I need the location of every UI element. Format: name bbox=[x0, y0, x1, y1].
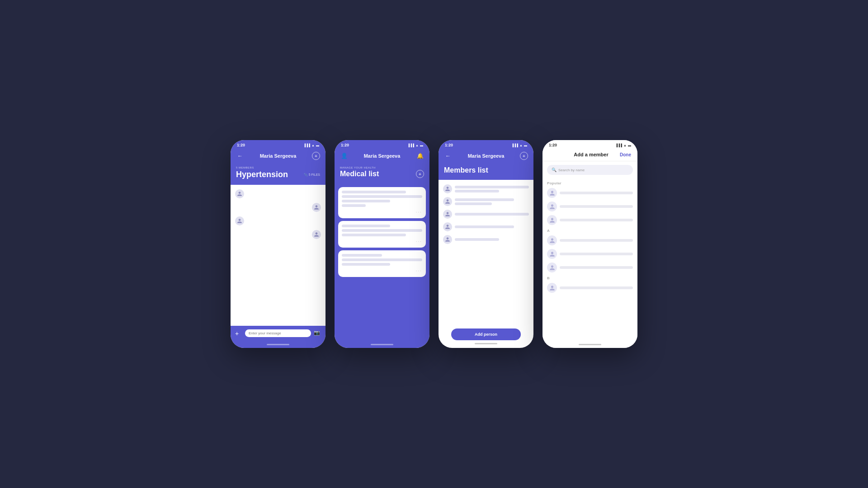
medical-card-1: ··· bbox=[338, 187, 426, 218]
member-skel-3a bbox=[455, 213, 529, 216]
contact-avatar-a3 bbox=[547, 263, 557, 272]
contact-row-a1 bbox=[547, 235, 633, 245]
dots-icon-1: ··· bbox=[416, 210, 422, 215]
contact-name-b1 bbox=[560, 286, 633, 289]
bottom-area-3: Add person bbox=[439, 325, 533, 348]
page-meta-1: 5 MEMBERS bbox=[236, 166, 320, 169]
contact-avatar-p1 bbox=[547, 188, 557, 198]
chat-row-1 bbox=[235, 189, 321, 198]
status-icons-1: ▐▐▐ ▲ ▬ bbox=[303, 144, 319, 147]
files-badge-1: 📎 5 FILES bbox=[304, 173, 320, 177]
battery-icon-3: ▬ bbox=[524, 144, 527, 147]
dots-icon-3: ··· bbox=[416, 268, 422, 273]
search-bar[interactable]: 🔍 Search by name bbox=[547, 165, 633, 175]
contact-name-p3 bbox=[560, 219, 633, 221]
member-skel-1b bbox=[455, 190, 499, 192]
home-bar-3 bbox=[475, 343, 497, 344]
skel-2c bbox=[342, 234, 406, 236]
member-info-5 bbox=[455, 238, 529, 241]
plus-icon-2[interactable]: + bbox=[416, 170, 424, 178]
section-a-label: A bbox=[547, 229, 633, 233]
done-button[interactable]: Done bbox=[620, 152, 631, 157]
wifi-icon-3: ▲ bbox=[519, 144, 523, 147]
phone-add-member: 1:20 ▐▐▐ ▲ ▬ Add a member Done 🔍 Search … bbox=[542, 140, 637, 348]
contact-avatar-b1 bbox=[547, 283, 557, 293]
status-bar-2: 1:20 ▐▐▐ ▲ ▬ bbox=[335, 140, 429, 149]
contact-name-a1 bbox=[560, 239, 633, 242]
contact-row-p3 bbox=[547, 215, 633, 225]
plus-icon-3[interactable]: + bbox=[520, 152, 528, 160]
search-placeholder: Search by name bbox=[558, 168, 585, 172]
add-member-title: Add a member bbox=[574, 152, 608, 157]
home-bar-4 bbox=[579, 344, 601, 345]
nav-bar-3: ← Maria Sergeeva + bbox=[439, 149, 533, 164]
phone-members: 1:20 ▐▐▐ ▲ ▬ ← Maria Sergeeva + Members … bbox=[439, 140, 533, 348]
member-row-5 bbox=[443, 235, 529, 244]
search-icon: 🔍 bbox=[552, 168, 557, 172]
page-header-2: MANAGE YOUR HEALTH Medical list + bbox=[335, 164, 429, 183]
back-arrow-icon-1[interactable]: ← bbox=[236, 152, 244, 160]
wifi-icon-2: ▲ bbox=[415, 144, 419, 147]
signal-icon-1: ▐▐▐ bbox=[303, 144, 310, 147]
status-time-3: 1:20 bbox=[445, 143, 453, 147]
skel-2a bbox=[342, 225, 390, 227]
person-icon-2[interactable]: 👤 bbox=[340, 152, 348, 160]
nav-title-2: Maria Sergeeva bbox=[364, 153, 401, 159]
avatar-1 bbox=[235, 189, 244, 198]
skel-3a bbox=[342, 254, 382, 257]
camera-icon[interactable]: 📷 bbox=[314, 330, 321, 337]
status-time-1: 1:20 bbox=[237, 143, 245, 147]
member-avatar-3 bbox=[443, 210, 452, 219]
nav-title-1: Maria Sergeeva bbox=[260, 153, 297, 159]
home-indicator-1 bbox=[231, 341, 326, 348]
file-icon-1: 📎 bbox=[304, 173, 308, 177]
input-bar: + 📷 bbox=[231, 326, 326, 341]
section-b-label: B bbox=[547, 276, 633, 280]
add-member-content: Popular A bbox=[542, 178, 637, 341]
skel-1c bbox=[342, 200, 390, 202]
add-person-button[interactable]: Add person bbox=[451, 328, 521, 340]
member-info-1 bbox=[455, 186, 529, 192]
skel-1d bbox=[342, 204, 366, 207]
skel-3b bbox=[342, 258, 422, 261]
skel-2b bbox=[342, 229, 422, 232]
plus-icon-1[interactable]: + bbox=[312, 152, 320, 160]
contact-row-a2 bbox=[547, 249, 633, 259]
page-title-3: Members list bbox=[444, 166, 488, 174]
page-title-row-2: Medical list + bbox=[340, 170, 424, 178]
avatar-2 bbox=[312, 203, 321, 212]
status-bar-4: 1:20 ▐▐▐ ▲ ▬ bbox=[542, 140, 637, 149]
medical-card-2: ··· bbox=[338, 221, 426, 248]
signal-icon-3: ▐▐▐ bbox=[511, 144, 518, 147]
status-icons-4: ▐▐▐ ▲ ▬ bbox=[615, 144, 631, 147]
contact-row-b1 bbox=[547, 283, 633, 293]
contact-row-a3 bbox=[547, 263, 633, 272]
member-avatar-5 bbox=[443, 235, 452, 244]
home-indicator-4 bbox=[542, 341, 637, 348]
wifi-icon-4: ▲ bbox=[623, 144, 627, 147]
skel-1b bbox=[342, 195, 422, 198]
phone-medical: 1:20 ▐▐▐ ▲ ▬ 👤 Maria Sergeeva 🔔 MANAGE Y… bbox=[335, 140, 429, 348]
add-button[interactable]: + bbox=[235, 330, 242, 337]
card-dots-1: ··· bbox=[342, 210, 422, 215]
medical-card-3: ··· bbox=[338, 250, 426, 277]
home-bar-1 bbox=[267, 344, 289, 345]
page-meta-2: MANAGE YOUR HEALTH bbox=[340, 166, 424, 169]
back-arrow-icon-3[interactable]: ← bbox=[444, 152, 452, 160]
member-info-4 bbox=[455, 225, 529, 228]
signal-icon-2: ▐▐▐ bbox=[407, 144, 414, 147]
contact-row-p2 bbox=[547, 202, 633, 211]
page-header-1: 5 MEMBERS Hypertension 📎 5 FILES bbox=[231, 164, 326, 185]
member-skel-1a bbox=[455, 186, 529, 188]
skel-1a bbox=[342, 191, 406, 193]
message-input[interactable] bbox=[245, 329, 311, 337]
bell-icon-2[interactable]: 🔔 bbox=[416, 152, 424, 160]
card-dots-2: ··· bbox=[342, 239, 422, 244]
section-popular-label: Popular bbox=[547, 181, 633, 185]
member-avatar-4 bbox=[443, 222, 452, 231]
page-header-3: Members list bbox=[439, 164, 533, 180]
member-skel-2b bbox=[455, 202, 492, 205]
card-dots-3: ··· bbox=[342, 268, 422, 273]
chat-row-2 bbox=[235, 203, 321, 212]
member-skel-5a bbox=[455, 238, 499, 241]
